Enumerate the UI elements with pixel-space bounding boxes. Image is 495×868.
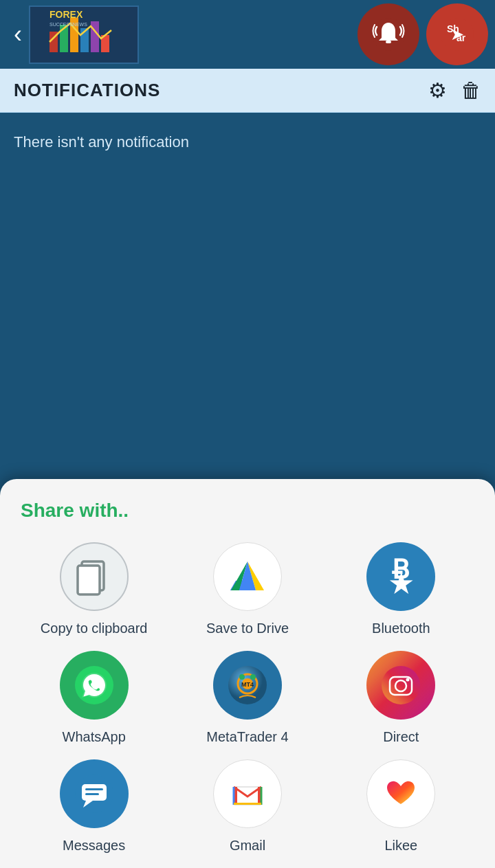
likee-icon	[366, 759, 435, 828]
share-item-metatrader4[interactable]: MT4 MetaTrader 4	[174, 651, 320, 746]
top-bar: ‹ FOREX SUCCESSNEWS	[0, 0, 495, 69]
share-item-likee[interactable]: Likee	[328, 759, 474, 854]
svg-text:MT4: MT4	[241, 681, 254, 688]
copy-clipboard-label: Copy to clipboard	[41, 619, 148, 637]
svg-rect-52	[234, 803, 261, 805]
gmail-icon	[213, 759, 282, 828]
notification-action-icons: ⚙ 🗑	[428, 78, 481, 102]
svg-rect-46	[85, 793, 99, 795]
save-drive-icon	[213, 542, 282, 611]
share-title: Share with..	[14, 500, 481, 522]
whatsapp-label: WhatsApp	[63, 728, 126, 746]
svg-rect-45	[85, 788, 103, 790]
messages-label: Messages	[63, 836, 125, 854]
share-item-copy-clipboard[interactable]: Copy to clipboard	[21, 542, 167, 637]
top-action-icons: ➤ Sh ar	[358, 3, 488, 65]
direct-label: Direct	[383, 728, 419, 746]
share-item-direct[interactable]: Direct	[328, 651, 474, 746]
svg-rect-15	[78, 566, 100, 594]
svg-text:SUCCESSNEWS: SUCCESSNEWS	[50, 22, 87, 27]
delete-icon[interactable]: 🗑	[461, 79, 481, 102]
share-grid: Copy to clipboard	[14, 542, 481, 854]
share-sheet: Share with.. Copy to clipboard	[0, 479, 495, 868]
likee-label: Likee	[384, 836, 417, 854]
whatsapp-icon	[60, 651, 129, 720]
settings-icon[interactable]: ⚙	[428, 78, 447, 102]
share-item-whatsapp[interactable]: WhatsApp	[21, 651, 167, 746]
svg-point-38	[382, 666, 420, 704]
svg-text:Ƀ: Ƀ	[392, 556, 410, 584]
copy-clipboard-icon	[60, 542, 129, 611]
gmail-label: Gmail	[230, 836, 265, 854]
bluetooth-label: Bluetooth	[372, 619, 430, 637]
metatrader-icon: MT4	[213, 651, 282, 720]
notifications-title: NOTIFICATIONS	[14, 80, 160, 101]
svg-point-36	[239, 674, 245, 680]
svg-text:ar: ar	[456, 32, 466, 43]
share-item-save-drive[interactable]: Save to Drive	[174, 542, 320, 637]
direct-icon	[366, 651, 435, 720]
bell-icon-button[interactable]	[358, 3, 419, 65]
svg-text:FOREX: FOREX	[50, 11, 83, 20]
svg-rect-4	[91, 21, 99, 52]
share-item-bluetooth[interactable]: ★ Ƀ Bluetooth	[328, 542, 474, 637]
svg-rect-9	[386, 41, 391, 43]
svg-point-41	[406, 678, 410, 682]
no-notification-text: There isn't any notification	[0, 113, 495, 172]
svg-rect-43	[82, 784, 107, 801]
messages-icon	[60, 759, 129, 828]
share-icon-button[interactable]: ➤ Sh ar	[426, 3, 488, 65]
metatrader-label: MetaTrader 4	[206, 728, 288, 746]
back-button[interactable]: ‹	[7, 13, 29, 56]
save-drive-label: Save to Drive	[206, 619, 289, 637]
notifications-bar: NOTIFICATIONS ⚙ 🗑	[0, 69, 495, 113]
bluetooth-icon: ★ Ƀ	[366, 542, 435, 611]
app-logo: FOREX SUCCESSNEWS	[29, 5, 139, 64]
svg-point-37	[250, 674, 256, 680]
share-item-messages[interactable]: Messages	[21, 759, 167, 854]
main-content-area: There isn't any notification	[0, 113, 495, 374]
share-item-gmail[interactable]: Gmail	[174, 759, 320, 854]
